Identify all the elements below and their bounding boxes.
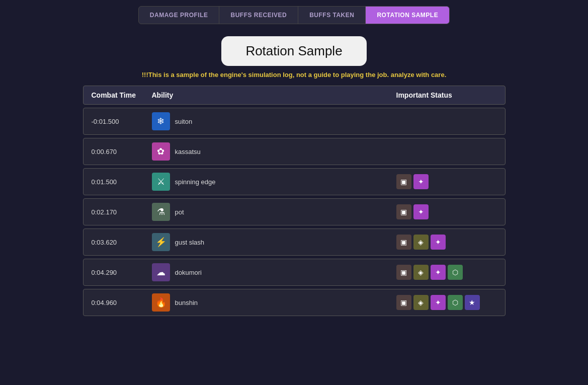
table-header: Combat Time Ability Important Status: [83, 86, 506, 105]
table-row: 0:00.670 ✿ kassatsu: [83, 138, 506, 165]
table-row: 0:02.170 ⚗ pot ▣ ✦: [83, 198, 506, 225]
ability-icon: ⚗: [152, 203, 170, 221]
row-time: 0:04.960: [92, 299, 152, 306]
ability-name: dokumori: [175, 269, 396, 276]
tab-damage-profile[interactable]: DAMAGE PROFILE: [139, 7, 220, 24]
nav-tabs: DAMAGE PROFILE BUFFS RECEIVED BUFFS TAKE…: [138, 6, 450, 24]
page-title: Rotation Sample: [221, 36, 366, 66]
status-icon: ▣: [396, 295, 411, 310]
ability-icon: ❄: [152, 112, 170, 130]
status-icon: ◈: [413, 265, 429, 280]
status-icon: ✦: [413, 174, 429, 189]
status-icon: ⬡: [448, 265, 463, 280]
warning-text: !!!This is a sample of the engine's simu…: [0, 71, 588, 79]
status-icon: ▣: [396, 174, 411, 189]
ability-name: bunshin: [175, 299, 396, 306]
status-icon: ◈: [413, 235, 429, 250]
ability-name: kassatsu: [175, 148, 396, 156]
row-time: 0:04.290: [92, 269, 152, 276]
status-icon: ◈: [413, 295, 429, 310]
header-important-status: Important Status: [396, 91, 497, 99]
ability-name: pot: [175, 208, 396, 216]
table-row: 0:04.960 🔥 bunshin ▣ ◈ ✦ ⬡ ★: [83, 289, 506, 316]
top-navigation: DAMAGE PROFILE BUFFS RECEIVED BUFFS TAKE…: [0, 0, 588, 24]
table-row: -0:01.500 ❄ suiton: [83, 108, 506, 135]
row-time: 0:02.170: [92, 208, 152, 216]
status-icons: ▣ ✦: [396, 204, 497, 219]
status-icon: ★: [465, 295, 480, 310]
table-row: 0:01.500 ⚔ spinning edge ▣ ✦: [83, 168, 506, 195]
status-icons: ▣ ◈ ✦: [396, 235, 497, 250]
page-title-area: Rotation Sample: [0, 36, 588, 66]
row-time: 0:01.500: [92, 178, 152, 186]
table-row: 0:04.290 ☁ dokumori ▣ ◈ ✦ ⬡: [83, 259, 506, 286]
ability-icon: ⚔: [152, 173, 170, 191]
ability-icon: ⚡: [152, 233, 170, 251]
header-ability: Ability: [152, 91, 396, 99]
row-time: -0:01.500: [92, 118, 152, 125]
status-icons: ▣ ◈ ✦ ⬡: [396, 265, 497, 280]
ability-name: gust slash: [175, 239, 396, 246]
status-icon: ✦: [431, 265, 446, 280]
status-icons: ▣ ✦: [396, 174, 497, 189]
status-icon: ▣: [396, 235, 411, 250]
row-time: 0:00.670: [92, 148, 152, 156]
status-icon: ✦: [431, 235, 446, 250]
ability-name: suiton: [175, 118, 396, 125]
header-combat-time: Combat Time: [92, 91, 152, 99]
ability-name: spinning edge: [175, 178, 396, 186]
status-icons: ▣ ◈ ✦ ⬡ ★: [396, 295, 497, 310]
status-icon: ⬡: [448, 295, 463, 310]
ability-icon: ☁: [152, 263, 170, 281]
status-icon: ✦: [431, 295, 446, 310]
tab-rotation-sample[interactable]: ROTATION SAMPLE: [366, 7, 449, 24]
tab-buffs-taken[interactable]: BUFFS TAKEN: [298, 7, 366, 24]
table-row: 0:03.620 ⚡ gust slash ▣ ◈ ✦: [83, 228, 506, 256]
row-time: 0:03.620: [92, 239, 152, 246]
status-icon: ✦: [413, 204, 429, 219]
status-icon: ▣: [396, 204, 411, 219]
status-icon: ▣: [396, 265, 411, 280]
ability-icon: 🔥: [152, 293, 170, 312]
tab-buffs-received[interactable]: BUFFS RECEIVED: [219, 7, 298, 24]
rotation-table-container[interactable]: Combat Time Ability Important Status -0:…: [83, 86, 506, 319]
ability-icon: ✿: [152, 142, 170, 161]
